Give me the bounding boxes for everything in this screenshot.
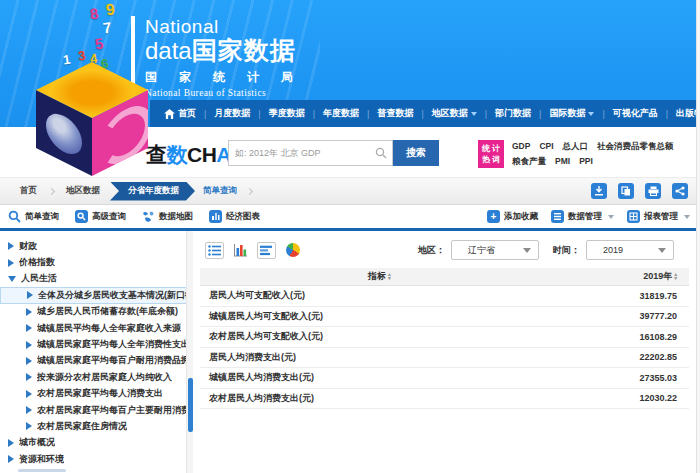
query-toolbar: 简单查询 高级查询 数据地图 经济图表 + 添加收藏 数据管理 报表管理 (0, 205, 700, 228)
table-row: 农村居民人均可支配收入(元) 16108.29 (200, 327, 689, 348)
report-manage-icon (627, 210, 640, 223)
sidebar-hscrollbar-thumb[interactable] (18, 469, 66, 472)
sort-icon: ▴▾ (388, 273, 391, 280)
view-switcher (205, 242, 302, 259)
nav-label: 可视化产品 (613, 107, 658, 120)
sidebar-item-people-life[interactable]: 人民生活 (0, 271, 192, 287)
simple-query-button[interactable]: 简单查询 (8, 210, 59, 223)
sidebar-scrollbar-track[interactable] (186, 231, 193, 473)
tree-label: 按来源分农村居民家庭人均纯收入 (37, 371, 172, 384)
nav-item-home[interactable]: 首页 (160, 107, 210, 120)
tree-label: 财政 (19, 240, 37, 253)
data-manage-icon (551, 210, 564, 223)
sidebar-item-city-overview[interactable]: 城市概况 (0, 435, 192, 451)
tree-label: 城镇居民家庭平均每人全年消费性支出 (37, 338, 190, 351)
toolbar-label: 数据地图 (159, 211, 193, 223)
region-select[interactable]: 辽宁省 (451, 240, 539, 260)
value-cell: 31819.75 (559, 291, 689, 301)
tab-provincial-annual-data[interactable]: 分省年度数据 (110, 182, 195, 201)
value-cell: 39777.20 (559, 311, 689, 321)
sidebar-item-rural-net-income[interactable]: 按来源分农村居民家庭人均纯收入 (0, 369, 192, 385)
nav-item-department[interactable]: 部门数据 (491, 107, 545, 120)
pie-chart-icon (286, 243, 300, 257)
table-row: 居民人均可支配收入(元) 31819.75 (200, 286, 689, 307)
add-favorite-button[interactable]: + 添加收藏 (487, 210, 538, 223)
nav-item-census[interactable]: 普查数据 (373, 107, 427, 120)
sidebar-scrollbar-thumb[interactable] (188, 378, 193, 432)
hot-word-gdp[interactable]: GDP (512, 141, 530, 153)
sidebar-item-finance[interactable]: 财政 (0, 238, 192, 254)
region-value: 辽宁省 (468, 244, 495, 257)
hot-word-grain[interactable]: 粮食产量 (512, 156, 546, 168)
sidebar-item-savings-deposit[interactable]: 城乡居民人民币储蓄存款(年底余额) (0, 304, 192, 320)
nav-item-regional[interactable]: 地区数据 (428, 107, 491, 120)
sidebar-item-rural-consumption[interactable]: 农村居民家庭平均每人消费支出 (0, 386, 192, 402)
hot-words-badge: 统计 热词 (478, 140, 504, 168)
sidebar-item-urban-income-source[interactable]: 城镇居民平均每人全年家庭收入来源 (0, 320, 192, 336)
value-cell: 22202.85 (559, 352, 689, 362)
tree-label: 城乡居民人民币储蓄存款(年底余额) (37, 305, 178, 318)
table-header: 指标▴▾ 2019年▴▾ (200, 268, 689, 286)
column-header-indicator[interactable]: 指标▴▾ (200, 270, 559, 283)
sidebar-item-price-index[interactable]: 价格指数 (0, 254, 192, 270)
nav-item-annual[interactable]: 年度数据 (319, 107, 373, 120)
window-scrollbar[interactable] (696, 0, 700, 473)
falling-number: 9 (105, 0, 116, 19)
region-label: 地区： (418, 244, 445, 257)
tab-simple-query[interactable]: 简单查询 (199, 185, 241, 197)
nav-item-monthly[interactable]: 月度数据 (210, 107, 264, 120)
sidebar-item-income-expenditure-basic[interactable]: 全体及分城乡居民收支基本情况(新口径) (0, 287, 190, 303)
sidebar-item-rural-durables[interactable]: 农村居民家庭平均每百户主要耐用消费品 (0, 402, 192, 418)
data-manage-dropdown[interactable]: 数据管理 (551, 210, 614, 223)
badge-line: 热词 (482, 154, 502, 165)
chevron-down-icon (658, 248, 666, 253)
sidebar-item-urban-durables[interactable]: 城镇居民家庭平均每百户耐用消费品拥有 (0, 353, 192, 369)
economic-charts-button[interactable]: 经济图表 (209, 210, 260, 223)
sidebar-item-rural-housing[interactable]: 农村居民家庭住房情况 (0, 418, 192, 434)
hot-word-population[interactable]: 总人口 (563, 141, 589, 153)
toolbar-label: 添加收藏 (504, 211, 538, 223)
time-select[interactable]: 2019 (586, 240, 674, 260)
share-button[interactable] (672, 183, 688, 199)
download-icon (594, 186, 604, 196)
print-button[interactable] (645, 183, 661, 199)
tree-label: 城市概况 (19, 436, 55, 449)
breadcrumb-regional-data[interactable]: 地区数据 (60, 185, 106, 197)
hot-word-retail[interactable]: 社会消费品零售总额 (597, 141, 674, 153)
hbar-chart-view-button[interactable] (257, 242, 276, 259)
sidebar-item-resources-environment[interactable]: 资源和环境 (0, 451, 192, 467)
bar-chart-view-button[interactable] (231, 242, 250, 259)
column-header-year[interactable]: 2019年▴▾ (559, 270, 689, 283)
sidebar-item-urban-consumption[interactable]: 城镇居民家庭平均每人全年消费性支出 (0, 336, 192, 352)
hot-word-cpi[interactable]: CPI (539, 141, 553, 153)
share-icon (675, 186, 685, 196)
logo-line1: National (145, 16, 297, 37)
tree-label: 资源和环境 (19, 453, 64, 466)
logo-cn-text: 国家数据 (192, 36, 296, 64)
breadcrumb: 首页 地区数据 分省年度数据 简单查询 (0, 178, 700, 205)
nav-item-quarterly[interactable]: 季度数据 (265, 107, 319, 120)
advanced-query-button[interactable]: 高级查询 (75, 210, 126, 223)
breadcrumb-home[interactable]: 首页 (14, 185, 43, 197)
nav-item-visualization[interactable]: 可视化产品 (609, 107, 672, 120)
tree-label: 城镇居民平均每人全年家庭收入来源 (37, 322, 181, 335)
copy-button[interactable] (618, 183, 634, 199)
triangle-right-icon (26, 357, 32, 365)
report-manage-dropdown[interactable]: 报表管理 (627, 210, 690, 223)
falling-number: 7 (102, 19, 113, 37)
hot-word-ppi[interactable]: PPI (579, 156, 593, 168)
search-button[interactable]: 搜索 (393, 140, 439, 166)
chevron-down-icon (588, 112, 594, 116)
nav-item-international[interactable]: 国际数据 (545, 107, 608, 120)
list-view-button[interactable] (205, 242, 224, 259)
content-area: 财政 价格指数 人民生活 全体及分城乡居民收支基本情况(新口径) 城乡居民人民币… (0, 231, 700, 473)
data-map-button[interactable]: 数据地图 (142, 210, 193, 223)
chevron-right-icon (246, 187, 253, 194)
pie-chart-view-button[interactable] (283, 242, 302, 259)
table-row: 农村居民人均消费支出(元) 12030.22 (200, 389, 689, 410)
hbar-chart-icon (260, 245, 273, 256)
search-input[interactable] (235, 141, 373, 165)
download-button[interactable] (591, 183, 607, 199)
hot-word-pmi[interactable]: PMI (555, 156, 570, 168)
indicator-cell: 居民人均可支配收入(元) (200, 289, 559, 302)
